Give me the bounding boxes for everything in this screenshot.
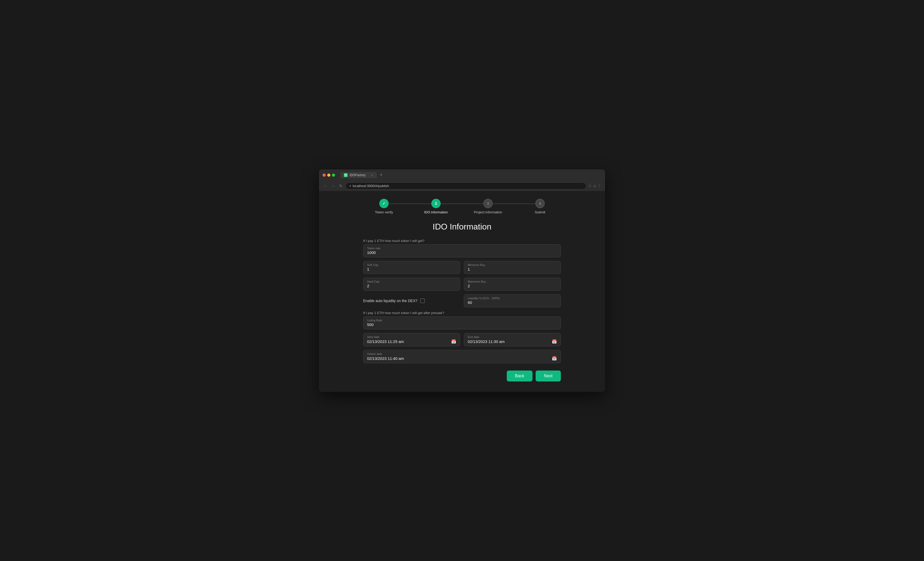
auto-liquidity-checkbox[interactable] xyxy=(420,298,425,303)
step-label-1: Token verify xyxy=(375,210,393,214)
browser-toolbar: ← → ↻ ● localhost:3000/#/publish ☆ ◇ ⋮ xyxy=(319,181,605,191)
minimum-buy-field[interactable]: Minimum Buy xyxy=(464,261,561,274)
hard-cap-label: Hard Cap xyxy=(367,280,456,283)
menu-icon[interactable]: ⋮ xyxy=(598,184,602,188)
listing-rate-question: If I pay 1 ETH how much token I will get… xyxy=(363,311,561,315)
step-circle-2: 2 xyxy=(431,199,441,208)
close-window-button[interactable] xyxy=(322,174,326,177)
tab-bar: F IDOFactory × + xyxy=(340,172,602,178)
soft-cap-label: Soft Cap xyxy=(367,263,456,267)
start-date-label: Start date xyxy=(367,335,456,339)
forward-nav-button[interactable]: → xyxy=(330,183,336,188)
form-container: IDO Information If I pay 1 ETH how much … xyxy=(363,222,561,381)
liquidity-percent-input[interactable] xyxy=(468,300,557,305)
unlock-date-input-row: 📅 xyxy=(367,356,557,361)
maximum-buy-input[interactable] xyxy=(468,284,557,288)
stepper: Token verify 2 IDO information 3 Project… xyxy=(329,199,595,214)
date-row-1: Start date 📅 End date 📅 xyxy=(363,333,561,346)
maximum-buy-field[interactable]: Maximum Buy xyxy=(464,278,561,291)
start-date-calendar-icon[interactable]: 📅 xyxy=(451,339,456,344)
hard-cap-input[interactable] xyxy=(367,284,456,288)
security-icon: ● xyxy=(350,184,351,188)
tab-title: IDOFactory xyxy=(350,173,366,177)
step-label-2: IDO information xyxy=(424,210,448,214)
unlock-date-calendar-icon[interactable]: 📅 xyxy=(552,356,557,361)
minimize-window-button[interactable] xyxy=(327,174,330,177)
token-rate-label: Token rate xyxy=(367,247,557,250)
next-button[interactable]: Next xyxy=(536,370,561,381)
end-date-input[interactable] xyxy=(468,339,552,344)
tab-close-button[interactable]: × xyxy=(372,174,373,177)
step-label-4: Submit xyxy=(535,210,545,214)
traffic-lights xyxy=(322,174,335,177)
back-nav-button[interactable]: ← xyxy=(322,183,328,188)
new-tab-button[interactable]: + xyxy=(378,172,385,178)
listing-rate-input[interactable] xyxy=(367,322,557,327)
start-date-input[interactable] xyxy=(367,339,451,344)
maximum-buy-label: Maximum Buy xyxy=(468,280,557,283)
browser-window: F IDOFactory × + ← → ↻ ● localhost:3000/… xyxy=(319,170,605,392)
unlock-date-label: Unlock date xyxy=(367,352,557,356)
browser-titlebar: F IDOFactory × + xyxy=(319,170,605,181)
url-text: localhost:3000/#/publish xyxy=(353,184,389,188)
end-date-label: End date xyxy=(468,335,557,339)
unlock-date-field[interactable]: Unlock date 📅 xyxy=(363,350,561,363)
listing-rate-section: If I pay 1 ETH how much token I will get… xyxy=(363,311,561,329)
check-icon xyxy=(382,201,386,206)
end-date-calendar-icon[interactable]: 📅 xyxy=(552,339,557,344)
cap-buy-row-1: Soft Cap Minimum Buy xyxy=(363,261,561,274)
end-date-field[interactable]: End date 📅 xyxy=(464,333,561,346)
step-circle-4: 4 xyxy=(536,199,545,208)
listing-rate-field[interactable]: Listing Rate xyxy=(363,316,561,329)
unlock-date-input[interactable] xyxy=(367,356,552,361)
browser-actions: ☆ ◇ ⋮ xyxy=(588,184,602,188)
step-circle-1 xyxy=(379,199,388,208)
listing-rate-label: Listing Rate xyxy=(367,319,557,322)
maximize-window-button[interactable] xyxy=(332,174,335,177)
form-title: IDO Information xyxy=(363,222,561,232)
minimum-buy-label: Minimum Buy xyxy=(468,263,557,267)
browser-tab[interactable]: F IDOFactory × xyxy=(340,172,376,178)
token-rate-field[interactable]: Token rate xyxy=(363,244,561,257)
token-rate-question: If I pay 1 ETH how much token I will get… xyxy=(363,239,561,243)
step-circle-3: 3 xyxy=(483,199,493,208)
button-row: Back Next xyxy=(363,370,561,381)
step-item-4: 4 Submit xyxy=(514,199,566,214)
minimum-buy-input[interactable] xyxy=(468,267,557,272)
step-item-3: 3 Project information xyxy=(462,199,514,214)
back-button[interactable]: Back xyxy=(507,370,533,381)
step-item-2: 2 IDO information xyxy=(410,199,462,214)
soft-cap-field[interactable]: Soft Cap xyxy=(363,261,460,274)
liquidity-field[interactable]: Liquidity % (51% - 100%) xyxy=(464,294,561,307)
address-bar[interactable]: ● localhost:3000/#/publish xyxy=(345,182,586,189)
end-date-input-row: 📅 xyxy=(468,339,557,344)
step-number-3: 3 xyxy=(487,201,489,206)
auto-liquidity-row: Enable auto liquidity on the DEX? xyxy=(363,295,460,307)
token-rate-input[interactable] xyxy=(367,250,557,255)
reload-button[interactable]: ↻ xyxy=(338,183,344,188)
step-item-1: Token verify xyxy=(358,199,410,214)
liquidity-row: Enable auto liquidity on the DEX? Liquid… xyxy=(363,294,561,307)
step-number-4: 4 xyxy=(539,201,541,206)
auto-liquidity-label: Enable auto liquidity on the DEX? xyxy=(363,299,417,303)
soft-cap-input[interactable] xyxy=(367,267,456,272)
bookmark-icon[interactable]: ☆ xyxy=(588,184,592,188)
step-number-2: 2 xyxy=(435,201,437,206)
hard-cap-field[interactable]: Hard Cap xyxy=(363,278,460,291)
start-date-field[interactable]: Start date 📅 xyxy=(363,333,460,346)
tab-favicon: F xyxy=(344,173,348,177)
token-rate-section: If I pay 1 ETH how much token I will get… xyxy=(363,239,561,257)
start-date-input-row: 📅 xyxy=(367,339,456,344)
page-content: Token verify 2 IDO information 3 Project… xyxy=(319,191,605,392)
liquidity-percent-label: Liquidity % (51% - 100%) xyxy=(468,297,557,300)
step-label-3: Project information xyxy=(474,210,502,214)
unlock-date-section: Unlock date 📅 xyxy=(363,350,561,363)
cap-buy-row-2: Hard Cap Maximum Buy xyxy=(363,278,561,291)
extensions-icon[interactable]: ◇ xyxy=(593,184,596,188)
